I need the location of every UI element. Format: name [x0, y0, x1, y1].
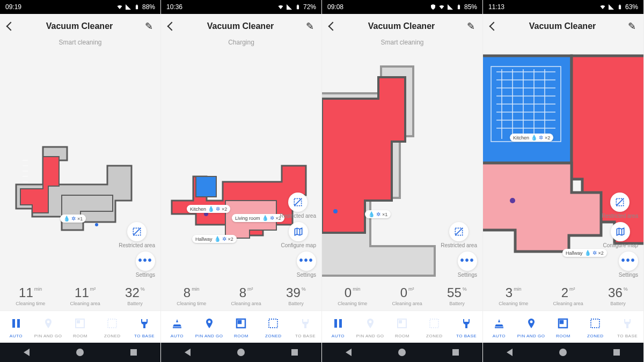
room-tag-living-room[interactable]: Living room 💧 ✲ ×2 — [232, 214, 284, 222]
page-title: Vacuum Cleaner — [529, 21, 596, 31]
action-to-base[interactable]: TO BASE — [130, 316, 159, 338]
restricted-area-button[interactable]: Restricted area — [441, 222, 477, 248]
wifi-icon — [438, 4, 445, 10]
nav-home-icon[interactable] — [237, 349, 245, 356]
restricted-area-button[interactable]: Restricted area — [119, 222, 155, 248]
nav-recent-icon[interactable] — [291, 349, 298, 356]
android-navbar — [483, 343, 643, 362]
action-to-base[interactable]: TO BASE — [613, 316, 642, 338]
water-icon: 💧 — [368, 211, 375, 217]
svg-rect-27 — [339, 319, 342, 328]
fan-icon: ✲ — [376, 211, 380, 217]
svg-line-25 — [455, 228, 462, 235]
action-zoned[interactable]: ZONED — [98, 316, 127, 338]
nav-home-icon[interactable] — [398, 349, 406, 356]
back-icon[interactable] — [6, 22, 16, 31]
water-icon: 💧 — [214, 236, 221, 242]
room-tag-hallway[interactable]: Hallway 💧 ✲ ×2 — [192, 235, 237, 243]
nav-recent-icon[interactable] — [613, 349, 620, 356]
svg-rect-1 — [136, 4, 137, 5]
svg-rect-12 — [297, 4, 298, 5]
action-zoned[interactable]: ZONED — [259, 316, 288, 338]
stat-cleaning-time: 8minCleaning time — [177, 286, 206, 306]
settings-button[interactable]: ••• Settings — [619, 252, 638, 278]
action-pin-and-go[interactable]: PIN AND GO — [34, 316, 63, 338]
settings-button[interactable]: ••• Settings — [458, 252, 477, 278]
water-icon: 💧 — [262, 215, 268, 221]
room-icon — [395, 316, 409, 330]
back-icon[interactable] — [328, 22, 338, 31]
action-zoned[interactable]: ZONED — [420, 316, 449, 338]
action-room[interactable]: ROOM — [65, 316, 94, 338]
device-status: Smart cleaning — [0, 39, 160, 50]
edit-icon[interactable]: ✎ — [145, 20, 153, 32]
edit-icon[interactable]: ✎ — [306, 20, 314, 32]
pin-icon — [363, 316, 377, 330]
nav-recent-icon[interactable] — [130, 349, 137, 356]
edit-icon[interactable]: ✎ — [467, 20, 475, 32]
signal-icon — [125, 4, 131, 10]
svg-rect-0 — [136, 5, 138, 10]
action-pin-and-go[interactable]: PIN AND GO — [195, 316, 224, 338]
nav-home-icon[interactable] — [76, 349, 84, 356]
action-auto[interactable]: AUTO — [324, 316, 353, 338]
configure-map-button[interactable]: Configure map — [281, 222, 316, 248]
nav-recent-icon[interactable] — [452, 349, 459, 356]
action-auto[interactable]: AUTO — [163, 316, 192, 338]
svg-rect-20 — [269, 319, 277, 328]
action-pin-and-go[interactable]: PIN AND GO — [517, 316, 546, 338]
action-auto[interactable]: AUTO — [2, 316, 31, 338]
stats-row: 8minCleaning time 8m²Cleaning area 39%Ba… — [161, 281, 321, 311]
float-buttons: Restricted area ••• Settings — [441, 222, 477, 278]
svg-point-53 — [530, 321, 532, 323]
room-tag[interactable]: 💧 ✲ ×1 — [365, 210, 391, 218]
wifi-icon — [599, 4, 606, 10]
float-buttons: Restricted area ••• Settings — [119, 222, 155, 278]
svg-point-50 — [510, 198, 515, 203]
water-icon: 💧 — [208, 206, 214, 212]
action-auto[interactable]: AUTO — [485, 316, 514, 338]
map-area[interactable]: 💧 ✲ ×1 Restricted area ••• Settings — [322, 50, 482, 281]
action-room[interactable]: ROOM — [226, 316, 255, 338]
action-zoned[interactable]: ZONED — [581, 316, 610, 338]
action-room[interactable]: ROOM — [548, 316, 577, 338]
map-area[interactable]: 💧 ✲ ×1 Restricted area ••• Settings — [0, 50, 160, 281]
svg-rect-5 — [12, 319, 15, 328]
settings-button[interactable]: ••• Settings — [136, 252, 155, 278]
plug-icon — [137, 316, 151, 330]
room-tag-kitchen[interactable]: Kitchen 💧 ✲ ×2 — [187, 205, 230, 213]
restricted-area-button[interactable]: Restricted area — [602, 193, 638, 219]
nav-back-icon[interactable] — [346, 349, 352, 356]
nav-back-icon[interactable] — [24, 349, 30, 356]
edit-icon[interactable]: ✎ — [628, 20, 636, 32]
action-pin-and-go[interactable]: PIN AND GO — [356, 316, 385, 338]
fan-icon: ✲ — [539, 135, 543, 141]
stat-cleaning-time: 11min Cleaning time — [16, 286, 45, 306]
app-header: Vacuum Cleaner ✎ — [0, 14, 160, 39]
configure-map-button[interactable]: Configure map — [603, 222, 638, 248]
settings-button[interactable]: ••• Settings — [297, 252, 316, 278]
nav-back-icon[interactable] — [185, 349, 191, 356]
room-icon — [73, 316, 87, 330]
room-tag[interactable]: 💧 ✲ ×1 — [60, 215, 86, 223]
back-icon[interactable] — [489, 22, 499, 31]
pause-icon — [331, 316, 345, 330]
nav-back-icon[interactable] — [507, 349, 513, 356]
nav-home-icon[interactable] — [559, 349, 567, 356]
room-tag-kitchen[interactable]: Kitchen 💧 ✲ ×2 — [510, 134, 553, 142]
restricted-area-button[interactable]: Restricted area — [280, 193, 316, 219]
action-to-base[interactable]: TO BASE — [291, 316, 320, 338]
stat-cleaning-area: 2m²Cleaning area — [553, 286, 583, 306]
map-area[interactable]: Kitchen 💧 ✲ ×2 Hallway 💧 ✲ ×2 Restricted… — [483, 50, 643, 281]
action-to-base[interactable]: TO BASE — [452, 316, 481, 338]
action-room[interactable]: ROOM — [387, 316, 416, 338]
stat-cleaning-area: 11m² Cleaning area — [70, 286, 100, 306]
stat-cleaning-time: 0minCleaning time — [338, 286, 367, 306]
map-area[interactable]: Kitchen 💧 ✲ ×2 Living room 💧 ✲ ×2 Hallwa… — [161, 50, 321, 281]
zone-icon — [427, 316, 441, 330]
app-header: Vacuum Cleaner ✎ — [322, 14, 482, 39]
room-tag-hallway[interactable]: Hallway 💧 ✲ ×2 — [562, 249, 607, 257]
svg-point-7 — [47, 321, 49, 323]
back-icon[interactable] — [167, 22, 177, 31]
plug-icon — [620, 316, 634, 330]
